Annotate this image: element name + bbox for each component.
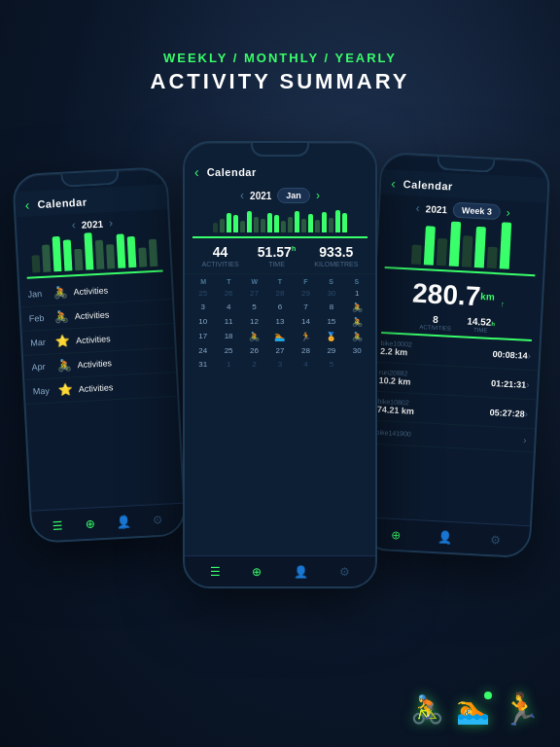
profile-icon-r[interactable]: 👤 [438,530,453,545]
mini-acts-label: Activities [419,324,451,332]
prev-center[interactable]: ‹ [240,189,244,202]
bottom-sport-icons: 🚴 🏊 🏃 [410,691,541,728]
add-icon[interactable]: ⊕ [85,516,95,531]
settings-icon[interactable]: ⚙ [152,513,163,527]
cbar-12 [288,217,293,232]
cal-25b: 25 [216,344,240,357]
week-badge[interactable]: Week 3 [453,202,502,221]
bar-chart-center [185,207,375,236]
cal-8: 8 [319,301,343,314]
next-year-left[interactable]: › [109,216,114,230]
next-right[interactable]: › [506,206,510,220]
trend-icon: ↑ [501,300,505,308]
activity-icon-jan: 🚴 [52,286,68,301]
next-center[interactable]: › [316,189,320,202]
cbar-8 [261,219,265,232]
big-number: 280.7 [411,278,481,312]
back-arrow-icon[interactable]: ‹ [24,197,30,213]
add-icon-c[interactable]: ⊕ [252,565,262,579]
cbar-5 [240,221,245,232]
phone-right-title: Calendar [402,178,453,193]
settings-icon-r[interactable]: ⚙ [490,533,502,548]
month-list: Jan 🚴 Activities Feb 🚴 Activities Mar ⭐ … [19,271,178,409]
activities-text-may: Activities [79,382,114,394]
bar-2 [42,245,51,272]
day-mon: M [191,278,216,285]
day-thu: T [267,278,293,285]
month-label-jan: Jan [27,289,49,300]
phone-center-screen: ‹ Calendar ‹ 2021 Jan › [185,159,375,587]
act-left-2: run20882 10.2 km [378,369,491,391]
bar-7 [94,240,104,269]
phone-right-notch [436,157,495,173]
act-time-2: 01:21:31 [491,377,527,389]
menu-icon-c[interactable]: ☰ [210,565,221,579]
profile-icon[interactable]: 👤 [116,515,131,529]
stat-time: 51.57h Time [258,244,296,267]
stat-activities-label: Activities [202,261,239,267]
phone-center: ‹ Calendar ‹ 2021 Jan › [183,141,377,588]
activity-icon-feb: 🚴 [54,310,70,325]
phone-left-screen: ‹ Calendar ‹ 2021 › [15,184,185,542]
cal-30: 30 [345,344,369,357]
activity-icon-may: ⭐ [57,382,73,397]
wbar-7 [487,247,498,268]
back-arrow-right[interactable]: ‹ [391,175,397,191]
cal-6: 6 [267,301,292,314]
phone-center-title: Calendar [207,166,257,178]
day-tue: T [216,278,241,285]
phones-container: ‹ Calendar ‹ 2021 › [0,112,560,657]
act-time-1: 00:08:14 [492,349,528,361]
cal-1: 1 [345,287,369,300]
prev-year-left[interactable]: ‹ [71,218,76,231]
bar-11 [138,247,147,267]
day-sat: S [318,278,343,285]
act-arrow-4: › [523,435,527,445]
cal-12: 12 [242,315,266,329]
wbar-3 [437,238,447,266]
cal-2n: 2 [242,358,266,371]
cal-21-icon: 🏃 [294,330,318,343]
header-subtitle: WEEKLY / MONTHLY / YEARLY [0,51,560,65]
cal-3: 3 [191,301,215,314]
cal-30-prev: 30 [319,287,343,300]
big-unit: km [480,291,495,302]
mini-stat-time: 14.52h Time [467,316,496,334]
cal-25: 25 [191,287,215,300]
cal-3n: 3 [267,358,292,371]
cal-27b: 27 [267,344,292,357]
activities-text-jan: Activities [73,285,108,297]
cal-1n: 1 [216,358,240,371]
menu-icon[interactable]: ☰ [52,518,64,533]
bar-12 [148,239,157,267]
day-fri: F [293,278,318,285]
cbar-19 [335,210,340,232]
wbar-5 [462,235,473,267]
prev-right[interactable]: ‹ [415,201,420,215]
cbar-6 [247,211,252,232]
phone-center-header: ‹ Calendar [185,159,375,184]
add-icon-r[interactable]: ⊕ [391,527,402,542]
month-badge[interactable]: Jan [277,188,310,203]
settings-icon-c[interactable]: ⚙ [339,565,350,579]
act-time-3: 05:27:28 [489,407,525,418]
cal-26: 26 [216,287,240,300]
wbar-4 [449,222,461,267]
cal-26b: 26 [242,344,266,357]
act-arrow-1: › [527,350,531,361]
activity-icon-apr: 🚴 [56,359,72,374]
cal-5: 5 [242,301,266,314]
month-label-may: May [33,385,54,396]
phone-center-notch [251,143,309,157]
year-center: 2021 [250,191,271,201]
phone-left: ‹ Calendar ‹ 2021 › [12,166,187,544]
stat-time-value: 51.57h [258,244,296,260]
cal-17: 17 [191,330,215,343]
activities-text-mar: Activities [76,334,111,345]
year-left: 2021 [82,218,104,230]
back-arrow-center[interactable]: ‹ [194,164,199,180]
header-title: ACTIVITY SUMMARY [0,69,560,94]
stat-activities: 44 Activities [202,244,239,267]
cbar-14 [301,219,306,232]
profile-icon-c[interactable]: 👤 [294,565,308,579]
